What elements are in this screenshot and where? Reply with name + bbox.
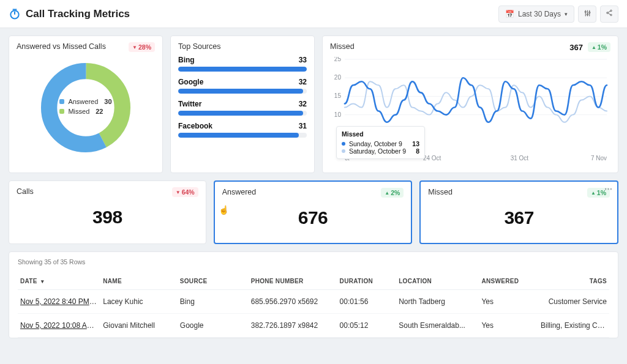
source-value: 31	[299, 122, 307, 130]
col-name[interactable]: NAME	[100, 273, 178, 290]
chevron-down-icon: ▾	[565, 11, 568, 17]
top-bar-right: 📅 Last 30 Days ▾	[498, 6, 618, 23]
donut-chart: Answered 30 Missed 22	[17, 56, 155, 160]
source-value: 32	[299, 78, 307, 86]
svg-text:24 Oct: 24 Oct	[423, 155, 441, 162]
metric-card-answered[interactable]: Answered▲2%676☝	[214, 180, 413, 244]
metric-value: 367	[428, 207, 610, 228]
source-bar-fill	[178, 111, 303, 116]
sources-list: Bing33Google32Twitter32Facebook31	[178, 56, 307, 138]
card-call-table: Showing 35 of 35 Rows DATE▾ NAME SOURCE …	[9, 251, 618, 338]
row-2: Calls▼64%398Answered▲2%676☝⋯Missed▲1%367	[9, 180, 618, 244]
share-button[interactable]	[600, 6, 618, 23]
delta-badge: ▲1%	[588, 42, 610, 52]
source-label: Bing	[178, 56, 195, 64]
top-bar: Call Tracking Metrics 📅 Last 30 Days ▾	[0, 0, 627, 28]
cell-phone: 382.726.1897 x9842	[249, 314, 337, 338]
source-bar	[178, 89, 307, 94]
brand-logo-icon	[9, 8, 21, 20]
source-bar-fill	[178, 67, 307, 72]
source-label: Google	[178, 78, 203, 86]
tooltip-row: Sunday, October 9 13	[342, 140, 419, 147]
col-tags[interactable]: TAGS	[538, 273, 609, 290]
source-bar	[178, 133, 307, 138]
caret-down-icon: ▼	[132, 45, 137, 50]
source-item: Bing33	[178, 56, 307, 72]
row-1: Answered vs Missed Calls ▼28% Answered 3…	[9, 35, 618, 173]
cell-source: Bing	[178, 290, 249, 314]
settings-button[interactable]	[578, 6, 596, 23]
missed-total: 367	[569, 43, 583, 52]
top-bar-left: Call Tracking Metrics	[9, 8, 130, 20]
chart-tooltip: Missed Sunday, October 9 13 Saturday, Oc…	[336, 126, 425, 159]
source-label: Facebook	[178, 122, 212, 130]
source-item: Google32	[178, 78, 307, 94]
cell-tags: Customer Service	[538, 290, 609, 314]
caret-icon: ▲	[591, 190, 596, 196]
cell-phone: 685.956.2970 x5692	[249, 290, 337, 314]
table-row[interactable]: Nov 5, 2022 10:08 AM🎧Giovani MitchellGoo…	[18, 314, 609, 338]
metric-value: 398	[17, 207, 198, 228]
svg-point-3	[588, 12, 590, 13]
metric-card-missed[interactable]: ⋯Missed▲1%367	[419, 180, 618, 244]
svg-point-1	[585, 11, 586, 12]
col-source[interactable]: SOURCE	[178, 273, 249, 290]
source-item: Facebook31	[178, 122, 307, 138]
metric-card-calls[interactable]: Calls▼64%398	[9, 180, 206, 244]
metric-title: Calls	[17, 187, 34, 196]
card-missed-trend: Missed 367 ▲1% 10152025ct24 Oct31 Oct7 N…	[322, 35, 618, 173]
share-icon	[606, 9, 613, 18]
cell-source: Google	[178, 314, 249, 338]
caret-up-icon: ▲	[591, 45, 596, 50]
card-title: Missed	[330, 42, 355, 51]
cell-date[interactable]: Nov 5, 2022 8:40 PM🎧	[18, 290, 100, 314]
col-duration[interactable]: DURATION	[337, 273, 397, 290]
cell-name: Lacey Kuhic	[100, 290, 178, 314]
sort-desc-icon: ▾	[41, 278, 44, 284]
col-phone[interactable]: PHONE NUMBER	[249, 273, 337, 290]
legend-color-swatch	[59, 99, 64, 104]
headphones-icon: 🎧	[96, 322, 100, 329]
legend-item-missed: Missed 22	[59, 108, 111, 115]
cell-name: Giovani Mitchell	[100, 314, 178, 338]
page-content: Answered vs Missed Calls ▼28% Answered 3…	[0, 28, 627, 348]
cell-date[interactable]: Nov 5, 2022 10:08 AM🎧	[18, 314, 100, 338]
rows-summary: Showing 35 of 35 Rows	[18, 258, 609, 266]
delta-badge: ▼64%	[172, 187, 198, 197]
source-bar	[178, 67, 307, 72]
date-range-button[interactable]: 📅 Last 30 Days ▾	[498, 6, 574, 23]
source-bar-fill	[178, 89, 303, 94]
svg-text:15: 15	[334, 92, 342, 99]
svg-text:7 Nov: 7 Nov	[591, 155, 607, 162]
donut-legend: Answered 30 Missed 22	[59, 98, 111, 117]
delta-badge: ▲2%	[381, 188, 404, 198]
page-title: Call Tracking Metrics	[26, 8, 130, 20]
source-label: Twitter	[178, 100, 201, 108]
calendar-icon: 📅	[505, 10, 514, 18]
legend-color-swatch	[59, 109, 64, 114]
svg-text:10: 10	[334, 111, 342, 118]
metric-title: Answered	[222, 188, 257, 196]
col-date[interactable]: DATE▾	[18, 273, 100, 290]
card-menu-button[interactable]: ⋯	[604, 184, 612, 193]
card-top-sources: Top Sources Bing33Google32Twitter32Faceb…	[170, 35, 315, 173]
metric-value: 676	[222, 207, 404, 228]
table-row[interactable]: Nov 5, 2022 8:40 PM🎧Lacey KuhicBing685.9…	[18, 290, 609, 314]
missed-line-chart: 10152025ct24 Oct31 Oct7 Nov Missed Sunda…	[330, 57, 610, 164]
cell-tags: Billing, Existing Cu...	[538, 314, 609, 338]
tooltip-row: Saturday, October 9 8	[342, 147, 419, 155]
sliders-icon	[584, 9, 591, 19]
svg-text:20: 20	[334, 74, 342, 81]
cell-answered: Yes	[479, 314, 538, 338]
card-answered-vs-missed: Answered vs Missed Calls ▼28% Answered 3…	[9, 35, 163, 173]
cell-duration: 00:01:56	[337, 290, 397, 314]
col-location[interactable]: LOCATION	[396, 273, 479, 290]
source-value: 32	[299, 100, 307, 108]
cell-location: North Tadberg	[396, 290, 479, 314]
col-answered[interactable]: ANSWERED	[479, 273, 538, 290]
source-bar-fill	[178, 133, 299, 138]
pointer-cursor-icon: ☝	[219, 205, 229, 215]
series-color-dot	[342, 149, 345, 153]
date-range-label: Last 30 Days	[518, 10, 561, 18]
source-item: Twitter32	[178, 100, 307, 116]
